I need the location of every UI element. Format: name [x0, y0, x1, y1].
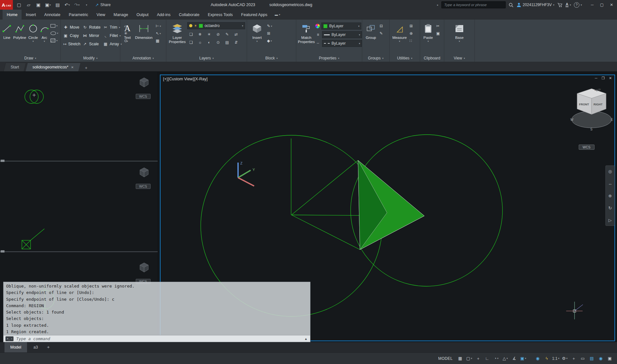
layout-tab-a3[interactable]: a3 — [28, 342, 44, 352]
lineweight-select[interactable]: ByLayer ▾ — [322, 31, 362, 38]
layer-lock-button[interactable]: ⊘ — [214, 31, 222, 37]
panel-label-clipboard[interactable]: Clipboard — [420, 55, 444, 62]
pan-button[interactable]: ↔ — [608, 179, 612, 188]
dynamic-input-toggle[interactable]: ＋ — [474, 355, 482, 362]
create-block-button[interactable]: ⊞ — [267, 31, 272, 36]
layer-walk-button[interactable]: ⇵ — [232, 39, 240, 45]
trim-button[interactable]: ✂Trim▾ — [102, 24, 121, 31]
close-tab-icon[interactable]: ✕ — [71, 66, 74, 69]
model-tab[interactable]: Model — [5, 342, 27, 352]
viewcube-ghost-icon[interactable] — [138, 76, 150, 88]
object-snap-toggle[interactable]: ▣▾ — [519, 355, 527, 362]
view-controls-button[interactable]: [Custom View] — [168, 77, 194, 81]
snap-mode-toggle[interactable]: ▢▾ — [465, 355, 473, 362]
app-menu-button[interactable]: A CAD — [0, 0, 13, 10]
arc-button[interactable]: Arc ▾ — [40, 21, 49, 55]
viewport-minimize-button[interactable]: ─ — [595, 76, 597, 80]
viewcube-ghost-icon[interactable] — [138, 166, 150, 178]
viewport-menu-button[interactable]: [+] — [163, 77, 168, 81]
wcs-selector[interactable]: WCS — [579, 145, 594, 150]
edit-block-button[interactable]: ✎▾ — [267, 24, 272, 28]
new-drawing-tab-button[interactable]: ＋ — [83, 64, 90, 71]
viewport-middle-left[interactable]: WCS — [0, 162, 157, 251]
grid-display-toggle[interactable]: ▦ — [456, 355, 464, 362]
layer-isolate-button[interactable]: ☀ — [205, 31, 213, 37]
mirror-button[interactable]: ⋈Mirror — [82, 32, 102, 39]
ribbon-tab-home[interactable]: Home — [3, 10, 22, 20]
quick-calc-button[interactable]: ⊞ — [410, 24, 413, 28]
layer-on-all-button[interactable]: ❏ — [187, 39, 195, 45]
id-point-button[interactable]: ⊕ — [410, 31, 413, 36]
layer-previous-button[interactable]: ⇄ — [232, 31, 240, 37]
plot-button[interactable]: ▤ — [53, 0, 62, 9]
hatch-button[interactable]: ▾ — [51, 38, 58, 43]
measure-button[interactable]: ◿ Measure ▾ — [391, 21, 408, 55]
ellipse-button[interactable]: ▾ — [51, 31, 58, 36]
layer-unlock-button[interactable]: ⊙ — [214, 39, 222, 45]
annotation-autoscale-toggle[interactable]: ϟ — [543, 355, 551, 362]
annotation-scale-select[interactable]: 1:1▾ — [552, 355, 560, 362]
ribbon-tab-annotate[interactable]: Annotate — [40, 10, 65, 20]
move-button[interactable]: ✚Move — [62, 24, 81, 31]
file-tab-document[interactable]: solidosgeometricos* ✕ — [25, 63, 81, 71]
ribbon-tab-featured-apps[interactable]: Featured Apps — [237, 10, 272, 20]
ribbon-tab-addins[interactable]: Add-ins — [153, 10, 175, 20]
panel-label-properties[interactable]: Properties▾ — [296, 55, 362, 62]
group-button[interactable]: Group — [364, 21, 378, 55]
leader-button[interactable]: ↖▾ — [156, 31, 161, 36]
orbit-button[interactable]: ↻ — [608, 204, 612, 212]
collapse-search-icon[interactable]: ▸ — [437, 4, 438, 6]
text-button[interactable]: A Text ▾ — [122, 21, 133, 55]
polar-tracking-toggle[interactable]: ◔▾ — [492, 355, 500, 362]
ribbon-display-toggle[interactable]: ▬▾ — [272, 10, 283, 20]
ribbon-tab-output[interactable]: Output — [132, 10, 153, 20]
command-options-icon[interactable]: >_▾ — [5, 336, 14, 341]
layer-properties-button[interactable]: Layer Properties — [168, 21, 187, 55]
panel-label-draw[interactable]: Draw▾ — [0, 55, 60, 62]
ribbon-tab-insert[interactable]: Insert — [22, 10, 40, 20]
cut-button[interactable]: ✂ — [436, 24, 440, 28]
file-tab-start[interactable]: Start — [4, 63, 26, 71]
viewport-divider[interactable] — [0, 161, 158, 162]
viewcube[interactable]: W S E TOP FRONT RIGHT — [570, 84, 613, 132]
layer-select[interactable]: ☀ octaedro ▾ — [187, 22, 245, 29]
ribbon-tab-view[interactable]: View — [92, 10, 109, 20]
panel-label-modify[interactable]: Modify▾ — [61, 55, 120, 62]
ribbon-tab-parametric[interactable]: Parametric — [65, 10, 92, 20]
ribbon-tab-manage[interactable]: Manage — [109, 10, 132, 20]
ungroup-button[interactable]: ⊟ — [380, 24, 383, 28]
group-edit-button[interactable]: ✎ — [380, 31, 383, 36]
qat-customize-button[interactable]: ▾ — [82, 0, 91, 9]
layer-thaw-all-button[interactable]: ☼ — [196, 39, 204, 45]
save-as-button[interactable]: ▣▾ — [43, 0, 53, 9]
panel-label-layers[interactable]: Layers▾ — [166, 55, 247, 62]
command-scroll-up-icon[interactable]: ▲ — [304, 337, 308, 341]
paste-button[interactable]: Paste ▾ — [422, 21, 435, 55]
help-button[interactable]: ? ▾ — [574, 2, 582, 8]
table-button[interactable]: ▦ — [156, 39, 161, 43]
rectangle-button[interactable]: ▾ — [51, 23, 58, 28]
visual-style-button[interactable]: [X-Ray] — [194, 77, 208, 81]
ortho-mode-toggle[interactable]: ∟ — [483, 355, 491, 362]
new-layout-button[interactable]: ＋ — [44, 344, 52, 350]
array-button[interactable]: ▦Array▾ — [102, 40, 123, 48]
panel-label-groups[interactable]: Groups▾ — [362, 55, 389, 62]
viewcube-ghost-icon[interactable] — [138, 262, 150, 273]
dimension-style-button[interactable]: ⊢▾ — [156, 24, 161, 28]
full-navigation-wheel-button[interactable]: ◎ — [608, 167, 612, 175]
trusted-source-indicator[interactable]: ◉ — [597, 355, 605, 362]
undo-button[interactable]: ↶▾ — [62, 0, 72, 9]
new-file-button[interactable]: ▢ — [14, 0, 24, 9]
ribbon-tab-collaborate[interactable]: Collaborate — [175, 10, 204, 20]
layer-unisolate-button[interactable]: ◐ — [205, 39, 213, 45]
base-button[interactable]: Base ▾ — [452, 21, 467, 55]
panel-label-view[interactable]: View▾ — [444, 55, 474, 62]
redo-button[interactable]: ↷▾ — [72, 0, 82, 9]
workspace-switcher[interactable]: ⚙▾ — [561, 355, 569, 362]
layer-freeze-button[interactable]: ❄ — [196, 31, 204, 37]
layer-merge-button[interactable]: ▤ — [223, 39, 231, 45]
linetype-select[interactable]: ByLayer ▾ — [322, 40, 362, 47]
wcs-badge[interactable]: WCS — [136, 184, 151, 189]
viewport-top-left[interactable]: WCS — [0, 72, 157, 161]
minimize-window-button[interactable]: ─ — [587, 0, 597, 10]
